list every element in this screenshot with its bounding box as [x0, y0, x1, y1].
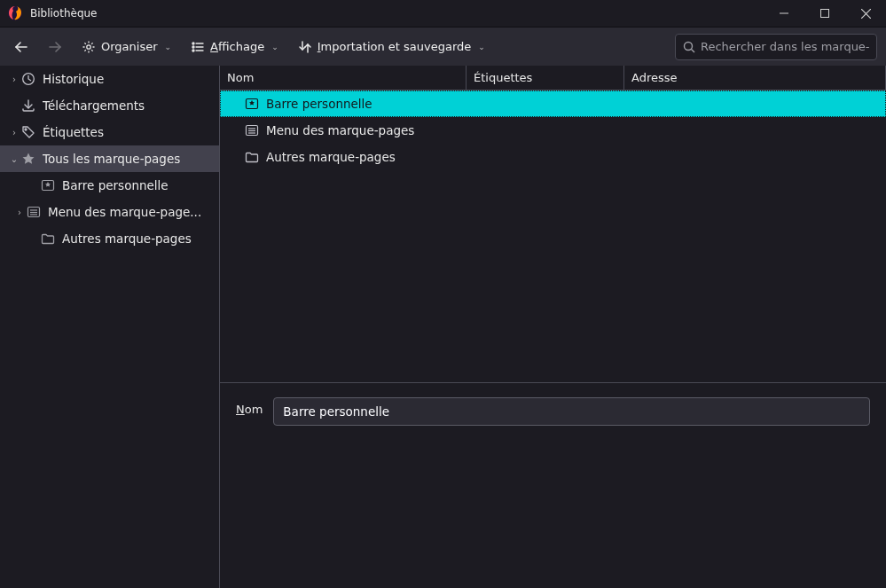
sidebar-tree[interactable]: › Historique Téléchargements › Étiquette…	[0, 66, 220, 588]
menu-icon	[27, 205, 41, 219]
tree-other-bookmarks[interactable]: Autres marque-pages	[0, 225, 219, 252]
column-tags[interactable]: Étiquettes	[467, 66, 624, 90]
search-input[interactable]	[701, 40, 869, 53]
bookmark-list[interactable]: Barre personnelle Menu des marque-pages …	[220, 90, 886, 382]
views-menu[interactable]: Affichage ⌄	[185, 36, 284, 58]
svg-line-4	[861, 9, 871, 19]
import-label: Importation et sauvegarde	[318, 40, 472, 53]
folder-icon	[41, 231, 55, 246]
svg-point-9	[192, 46, 194, 48]
views-label: Affichage	[210, 40, 264, 53]
content-panel: Nom Étiquettes Adresse Barre personnelle…	[220, 66, 886, 588]
tree-all-bookmarks[interactable]: ⌄ Tous les marque-pages	[0, 145, 219, 172]
import-export-menu[interactable]: Importation et sauvegarde ⌄	[293, 36, 490, 58]
clock-icon	[21, 72, 35, 86]
list-item-toolbar-bookmarks[interactable]: Barre personnelle	[220, 90, 886, 117]
chevron-down-icon[interactable]: ⌄	[7, 154, 21, 164]
forward-button[interactable]	[43, 35, 67, 59]
svg-rect-2	[821, 10, 829, 18]
svg-line-3	[861, 9, 871, 19]
menu-icon	[245, 123, 259, 137]
tag-icon	[21, 125, 35, 139]
star-icon	[21, 152, 35, 166]
svg-point-20	[25, 129, 27, 130]
main-split: › Historique Téléchargements › Étiquette…	[0, 66, 886, 588]
import-export-icon	[298, 40, 312, 54]
column-address[interactable]: Adresse	[624, 66, 886, 90]
chevron-down-icon: ⌄	[271, 43, 278, 51]
detail-pane: Nom	[220, 382, 886, 588]
tree-menu-bookmarks[interactable]: › Menu des marque-page...	[0, 199, 219, 225]
name-field-label: Nom	[236, 397, 263, 416]
tree-history[interactable]: › Historique	[0, 66, 219, 92]
column-headers: Nom Étiquettes Adresse	[220, 66, 886, 90]
maximize-button[interactable]	[804, 0, 845, 27]
list-item-menu-bookmarks[interactable]: Menu des marque-pages	[220, 117, 886, 144]
titlebar: Bibliothèque	[0, 0, 886, 27]
search-icon	[683, 41, 695, 53]
gear-icon	[82, 40, 96, 54]
chevron-right-icon[interactable]: ›	[7, 74, 21, 84]
tree-downloads[interactable]: Téléchargements	[0, 92, 219, 119]
back-button[interactable]	[9, 35, 34, 59]
toolbar: Organiser ⌄ Affichage ⌄ Importation et s…	[0, 27, 886, 66]
svg-point-7	[87, 44, 90, 48]
minimize-button[interactable]	[764, 0, 804, 27]
bookmark-toolbar-icon	[245, 97, 259, 111]
tree-toolbar-bookmarks[interactable]: Barre personnelle	[0, 172, 219, 199]
chevron-down-icon: ⌄	[165, 43, 172, 51]
organize-menu[interactable]: Organiser ⌄	[76, 36, 176, 58]
download-icon	[21, 98, 35, 113]
window-title: Bibliothèque	[30, 7, 764, 20]
column-name[interactable]: Nom	[220, 66, 467, 90]
chevron-down-icon: ⌄	[478, 43, 485, 51]
name-input[interactable]	[273, 397, 870, 426]
window-controls	[764, 0, 886, 27]
svg-point-8	[192, 43, 194, 44]
search-box[interactable]	[675, 34, 877, 60]
svg-point-16	[685, 42, 693, 50]
close-button[interactable]	[845, 0, 886, 27]
organize-label: Organiser	[101, 40, 158, 53]
tree-tags[interactable]: › Étiquettes	[0, 119, 219, 145]
firefox-icon	[7, 5, 23, 21]
folder-icon	[245, 150, 259, 164]
chevron-right-icon[interactable]: ›	[7, 128, 21, 137]
bookmark-toolbar-icon	[41, 178, 55, 192]
svg-line-17	[692, 49, 695, 52]
list-item-other-bookmarks[interactable]: Autres marque-pages	[220, 144, 886, 170]
chevron-right-icon[interactable]: ›	[12, 208, 27, 217]
svg-point-10	[192, 50, 194, 51]
list-icon	[191, 40, 205, 54]
